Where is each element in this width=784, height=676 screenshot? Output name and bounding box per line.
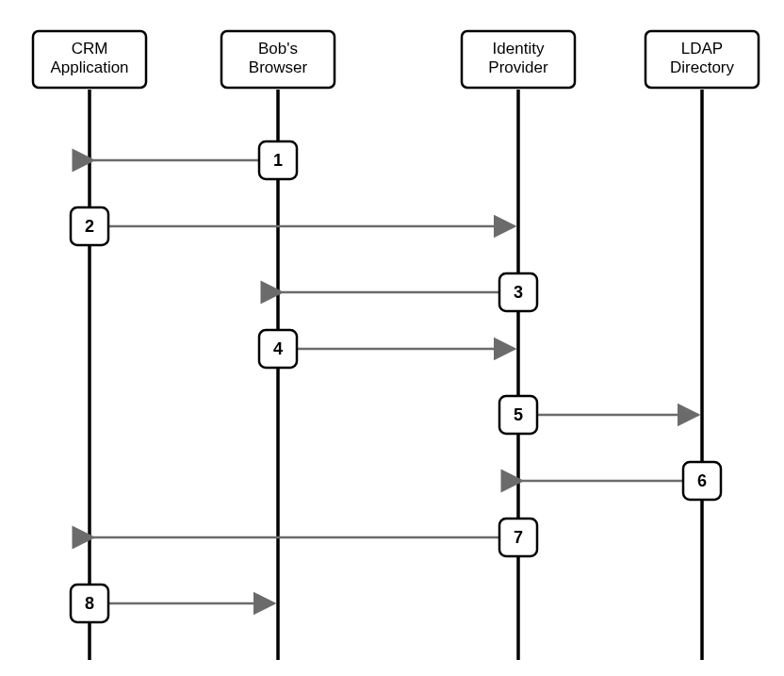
message-step-3: 3 bbox=[282, 273, 537, 311]
message-step-6: 6 bbox=[522, 462, 721, 500]
step-number: 3 bbox=[514, 283, 523, 302]
step-number: 5 bbox=[514, 405, 523, 424]
actor-idp: IdentityProvider bbox=[462, 31, 575, 88]
message-step-7: 7 bbox=[93, 519, 537, 556]
message-step-2: 2 bbox=[71, 207, 514, 245]
actor-brw: Bob'sBrowser bbox=[221, 31, 335, 88]
actor-label: Bob's bbox=[258, 40, 298, 58]
actor-label: Browser bbox=[249, 58, 308, 76]
message-step-5: 5 bbox=[499, 396, 698, 434]
actor-label: Provider bbox=[488, 58, 548, 76]
message-step-8: 8 bbox=[71, 585, 274, 622]
step-number: 2 bbox=[85, 217, 94, 236]
sequence-diagram: CRMApplicationBob'sBrowserIdentityProvid… bbox=[0, 0, 784, 676]
actor-label: LDAP bbox=[681, 40, 723, 58]
message-step-1: 1 bbox=[93, 141, 297, 179]
actor-label: Identity bbox=[493, 40, 545, 58]
actor-label: Directory bbox=[670, 58, 735, 76]
actor-label: CRM bbox=[72, 40, 108, 58]
step-number: 6 bbox=[697, 471, 707, 490]
step-number: 8 bbox=[85, 594, 94, 613]
actor-ldap: LDAPDirectory bbox=[645, 31, 759, 88]
actor-label: Application bbox=[50, 58, 128, 76]
step-number: 4 bbox=[273, 339, 283, 358]
step-number: 1 bbox=[273, 151, 283, 170]
actor-crm: CRMApplication bbox=[33, 31, 146, 88]
message-step-4: 4 bbox=[259, 330, 514, 368]
step-number: 7 bbox=[514, 528, 523, 547]
